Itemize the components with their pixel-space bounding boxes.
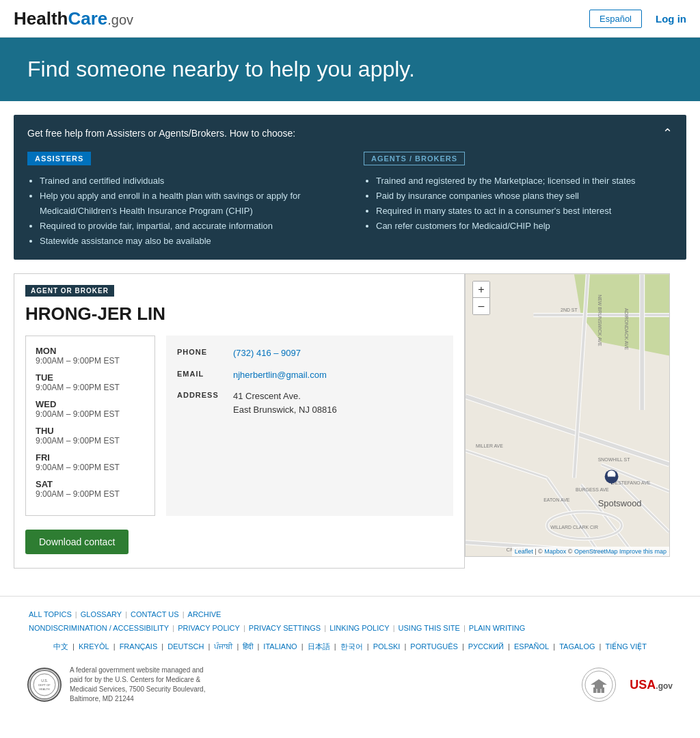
openstreetmap-link[interactable]: OpenStreetMap (574, 548, 618, 555)
agents-brokers-badge[interactable]: AGENTS / BROKERS (364, 152, 465, 165)
lang-pl[interactable]: POLSKI (373, 642, 401, 651)
login-button[interactable]: Log in (656, 13, 686, 25)
privacy-policy-link[interactable]: PRIVACY POLICY (178, 624, 240, 632)
lang-ru[interactable]: РУССКИЙ (468, 642, 504, 651)
lang-vi[interactable]: TIẾNG VIỆT (606, 642, 647, 651)
schedule-panel: MON 9:00AM – 9:00PM EST TUE 9:00AM – 9:0… (25, 336, 155, 516)
map-controls: + – (472, 281, 490, 315)
lang-tl[interactable]: TAGALOG (559, 642, 595, 651)
svg-text:Spotswood: Spotswood (598, 499, 642, 509)
lang-de[interactable]: DEUTSCH (167, 642, 204, 651)
improve-map-link[interactable]: Improve this map (619, 548, 667, 555)
lang-pt[interactable]: PORTUGUÊS (410, 642, 457, 651)
assisters-badge[interactable]: ASSISTERS (27, 152, 91, 165)
email-link[interactable]: njherbertlin@gmail.com (233, 370, 327, 380)
lang-fr[interactable]: FRANÇAIS (120, 642, 158, 651)
leaflet-link[interactable]: Leaflet (515, 548, 533, 555)
schedule-row-thu: THU 9:00AM – 9:00PM EST (36, 426, 145, 446)
email-value: njherbertlin@gmail.com (233, 368, 327, 382)
header-actions: Español Log in (589, 10, 686, 28)
site-header: HealthCare.gov Español Log in (0, 0, 700, 38)
mapbox-link[interactable]: Mapbox (544, 548, 566, 555)
day-label: FRI (36, 452, 145, 463)
lang-hi[interactable]: हिंदी (243, 642, 253, 651)
svg-rect-49 (596, 689, 597, 693)
svg-text:SNOWHILL ST: SNOWHILL ST (598, 457, 631, 462)
list-item: Statewide assistance may also be availab… (40, 234, 336, 249)
plain-writing-link[interactable]: PLAIN WRITING (469, 624, 526, 632)
espanol-button[interactable]: Español (589, 10, 642, 28)
svg-text:2ND ST: 2ND ST (561, 308, 578, 312)
lang-ja[interactable]: 日本語 (308, 642, 330, 651)
schedule-row-sat: SAT 9:00AM – 9:00PM EST (36, 479, 145, 499)
schedule-row-fri: FRI 9:00AM – 9:00PM EST (36, 452, 145, 472)
info-columns: ASSISTERS Trained and certified individu… (27, 152, 673, 249)
zoom-out-button[interactable]: – (473, 298, 489, 314)
hours-label: 9:00AM – 9:00PM EST (36, 489, 145, 499)
list-item: Trained and registered by the Marketplac… (376, 174, 673, 189)
nondiscrimination-link[interactable]: NONDISCRIMINATION / ACCESSIBILITY (29, 624, 169, 632)
address-value: 41 Crescent Ave. East Brunswick, NJ 0881… (233, 390, 337, 416)
agent-type-badge: AGENT OR BROKER (25, 285, 114, 297)
svg-marker-48 (591, 679, 607, 685)
lang-kreol[interactable]: KREYÒL (79, 642, 109, 651)
lang-es[interactable]: ESPAÑOL (514, 642, 549, 651)
day-label: SAT (36, 479, 145, 489)
assisters-list: Trained and certified individuals Help y… (27, 174, 336, 249)
card-body: MON 9:00AM – 9:00PM EST TUE 9:00AM – 9:0… (14, 336, 464, 516)
phone-row: PHONE (732) 416 – 9097 (177, 346, 442, 360)
day-label: THU (36, 426, 145, 436)
privacy-settings-link[interactable]: PRIVACY SETTINGS (249, 624, 321, 632)
footer-left-links: ALL TOPICS | GLOSSARY | CONTACT US | ARC… (27, 610, 222, 618)
list-item: Trained and certified individuals (40, 174, 336, 189)
svg-text:ADIRONDACK AVE: ADIRONDACK AVE (624, 309, 629, 351)
linking-policy-link[interactable]: LINKING POLICY (329, 624, 389, 632)
svg-text:BURGESS AVE: BURGESS AVE (576, 488, 609, 493)
site-footer: ALL TOPICS | GLOSSARY | CONTACT US | ARC… (0, 596, 700, 718)
list-item: Paid by insurance companies whose plans … (376, 189, 673, 204)
agents-brokers-list: Trained and registered by the Marketplac… (364, 174, 673, 234)
address-line2: East Brunswick, NJ 08816 (233, 403, 337, 417)
usa-gov-logo: USA.gov (630, 678, 673, 692)
map-container: ADIRONDACK AVE NEW BRUNSWICK AVE 2ND ST … (465, 273, 670, 557)
email-label: EMAIL (177, 368, 225, 378)
footer-bottom: U.S. DEPT OF HEALTH A federal government… (27, 666, 673, 704)
hero-section: Find someone nearby to help you apply. (0, 38, 700, 101)
address-line1: 41 Crescent Ave. (233, 390, 337, 403)
using-this-site-link[interactable]: USING THIS SITE (399, 624, 460, 632)
list-item: Can refer customers for Medicaid/CHIP he… (376, 219, 673, 234)
collapse-icon[interactable]: ⌃ (662, 126, 673, 141)
all-topics-link[interactable]: ALL TOPICS (29, 610, 72, 618)
lang-pa[interactable]: ਪੰਜਾਬੀ (214, 642, 232, 651)
logo-care: Care (68, 8, 107, 29)
cms-seal: U.S. DEPT OF HEALTH (27, 668, 62, 702)
lang-it[interactable]: ITALIANO (263, 642, 297, 651)
list-item: Help you apply and enroll in a health pl… (40, 189, 336, 219)
zoom-in-button[interactable]: + (473, 282, 489, 298)
lang-ko[interactable]: 한국어 (340, 642, 363, 651)
hours-label: 9:00AM – 9:00PM EST (36, 409, 145, 419)
address-row: ADDRESS 41 Crescent Ave. East Brunswick,… (177, 390, 442, 416)
glossary-link[interactable]: GLOSSARY (81, 610, 122, 618)
schedule-row-mon: MON 9:00AM – 9:00PM EST (36, 346, 145, 366)
footer-top-links: ALL TOPICS | GLOSSARY | CONTACT US | ARC… (27, 610, 673, 632)
hours-label: 9:00AM – 9:00PM EST (36, 436, 145, 446)
address-label: ADDRESS (177, 390, 225, 399)
svg-rect-50 (600, 689, 602, 693)
footer-right-links: NONDISCRIMINATION / ACCESSIBILITY | PRIV… (27, 624, 526, 632)
lang-zh[interactable]: 中文 (53, 642, 68, 651)
contact-info-panel: PHONE (732) 416 – 9097 EMAIL njherbertli… (166, 336, 453, 516)
phone-label: PHONE (177, 346, 225, 356)
whitehouse-logo (582, 668, 616, 702)
svg-text:U.S.: U.S. (41, 679, 48, 683)
hours-label: 9:00AM – 9:00PM EST (36, 463, 145, 472)
download-contact-button[interactable]: Download contact (25, 530, 129, 554)
svg-text:NEW BRUNSWICK AVE: NEW BRUNSWICK AVE (597, 295, 602, 347)
svg-text:MILLER AVE: MILLER AVE (476, 443, 503, 448)
map-svg: ADIRONDACK AVE NEW BRUNSWICK AVE 2ND ST … (466, 274, 669, 556)
svg-text:DESTEFANO AVE: DESTEFANO AVE (612, 481, 651, 486)
email-row: EMAIL njherbertlin@gmail.com (177, 368, 442, 382)
phone-link[interactable]: (732) 416 – 9097 (233, 348, 301, 358)
contact-us-link[interactable]: CONTACT US (131, 610, 179, 618)
archive-link[interactable]: ARCHIVE (188, 610, 221, 618)
